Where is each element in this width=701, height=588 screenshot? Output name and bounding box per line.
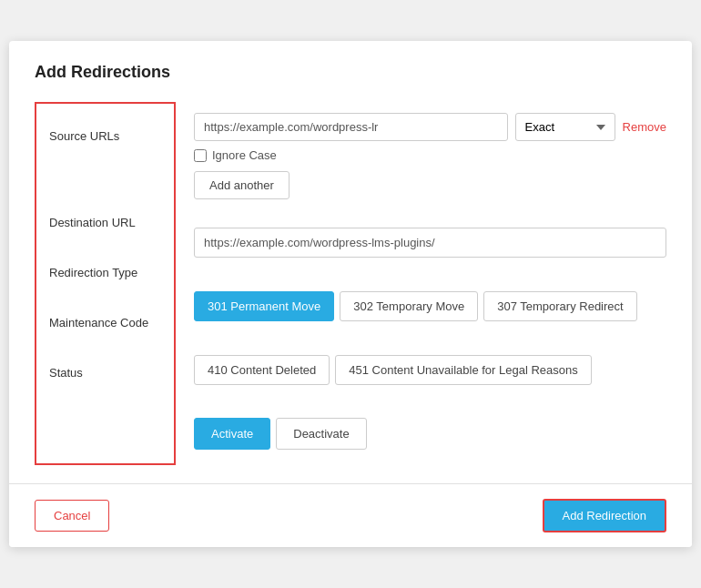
redirection-type-buttons: 301 Permanent Move 302 Temporary Move 30… [194, 291, 637, 321]
content-column: Exact Starts With Contains Regex Remove … [194, 102, 666, 465]
source-urls-label: Source URLs [36, 104, 174, 198]
redirection-type-label: Redirection Type [36, 248, 174, 298]
ignore-case-checkbox[interactable] [194, 149, 207, 162]
match-type-select[interactable]: Exact Starts With Contains Regex [515, 113, 615, 141]
status-section: Activate Deactivate [194, 401, 666, 465]
remove-link[interactable]: Remove [623, 120, 666, 134]
maintenance-code-section: 410 Content Deleted 451 Content Unavaila… [194, 338, 666, 401]
redir-btn-302[interactable]: 302 Temporary Move [340, 291, 478, 321]
status-label: Status [36, 348, 174, 398]
activate-button[interactable]: Activate [194, 418, 270, 450]
maintenance-code-label: Maintenance Code [36, 298, 174, 348]
add-redirections-modal: Add Redirections Source URLs Destination… [9, 41, 692, 547]
redir-btn-307[interactable]: 307 Temporary Redirect [483, 291, 637, 321]
cancel-button[interactable]: Cancel [35, 500, 109, 532]
redir-btn-451[interactable]: 451 Content Unavailable for Legal Reason… [335, 355, 592, 385]
redir-btn-410[interactable]: 410 Content Deleted [194, 355, 330, 385]
redir-btn-301[interactable]: 301 Permanent Move [194, 291, 334, 321]
redirection-type-section: 301 Permanent Move 302 Temporary Move 30… [194, 274, 666, 338]
add-redirection-button[interactable]: Add Redirection [543, 499, 667, 532]
modal-title: Add Redirections [35, 63, 666, 82]
add-another-button[interactable]: Add another [194, 171, 290, 199]
destination-url-input[interactable] [194, 228, 666, 258]
source-urls-section: Exact Starts With Contains Regex Remove … [194, 102, 666, 210]
status-buttons: Activate Deactivate [194, 418, 367, 450]
maintenance-code-buttons: 410 Content Deleted 451 Content Unavaila… [194, 355, 592, 385]
ignore-case-label: Ignore Case [212, 148, 277, 162]
source-url-input[interactable] [194, 113, 508, 141]
modal-footer: Cancel Add Redirection [9, 483, 692, 547]
destination-url-section [194, 210, 666, 274]
deactivate-button[interactable]: Deactivate [276, 418, 366, 450]
labels-column: Source URLs Destination URL Redirection … [35, 102, 176, 465]
destination-url-label: Destination URL [36, 198, 174, 248]
